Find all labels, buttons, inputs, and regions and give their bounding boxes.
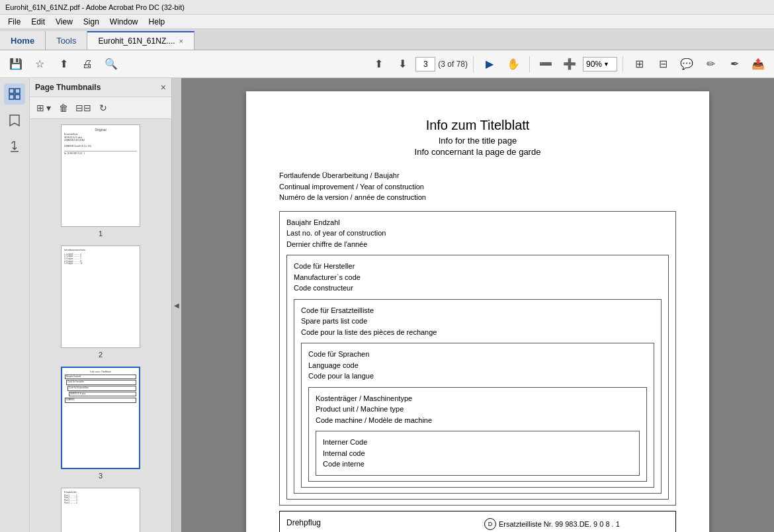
svg-rect-0 bbox=[9, 89, 14, 93]
tab-tools[interactable]: Tools bbox=[46, 31, 87, 50]
section-0-de: Fortlaufende Überarbeitung / Baujahr bbox=[279, 170, 676, 181]
section-5-en: Product unit / Machine type bbox=[316, 404, 640, 415]
tab-home[interactable]: Home bbox=[0, 31, 46, 50]
title-bar: Eurohit_61N_61NZ.pdf - Adobe Acrobat Pro… bbox=[0, 0, 774, 15]
section-5-fr: Code machine / Modèle de machine bbox=[316, 415, 640, 426]
collapse-panel-btn[interactable]: ◀ bbox=[172, 78, 181, 532]
bookmark-button[interactable]: ☆ bbox=[29, 54, 50, 74]
save-button[interactable]: 💾 bbox=[5, 54, 26, 74]
tab-bar: Home Tools Eurohit_61N_61NZ.... × bbox=[0, 29, 774, 50]
thumb-extract-btn[interactable]: ⊟⊟ bbox=[75, 100, 92, 116]
section-2-fr: Code constructeur bbox=[294, 283, 662, 294]
comment-button[interactable]: 💬 bbox=[676, 54, 697, 74]
tab-home-label: Home bbox=[11, 36, 34, 46]
main-area: Page Thumbnails × ⊞ ▾ 🗑 ⊟⊟ ↻ Original Er… bbox=[0, 78, 774, 532]
prev-page-button[interactable]: ⬆ bbox=[368, 54, 389, 74]
panel-icon-attachments[interactable] bbox=[4, 136, 25, 157]
product-box: Drehpflug SERVO IV E plus (Masch.Nr. + .… bbox=[279, 511, 676, 533]
section-2-en: Manufacturer`s code bbox=[294, 272, 662, 283]
thumbnail-number-2: 2 bbox=[99, 351, 103, 359]
panel-icon-thumbnails[interactable] bbox=[4, 83, 25, 105]
thumbnail-number-3: 3 bbox=[99, 472, 103, 480]
separator-3 bbox=[623, 56, 623, 72]
panel-icon-bookmarks[interactable] bbox=[4, 110, 25, 131]
tools-button-1[interactable]: ⊞ bbox=[628, 54, 650, 74]
thumbnail-page-2[interactable]: Inhaltsverzeichnis 1. Gruppe ...........… bbox=[35, 245, 166, 359]
separator-1 bbox=[473, 56, 474, 72]
section-3-fr: Code pour la liste des pièces de rechang… bbox=[301, 327, 654, 338]
thumbnail-img-3: Info zum Titelblatt Baujahr Endzahl Code… bbox=[61, 367, 140, 469]
thumbnail-toolbar: ⊞ ▾ 🗑 ⊟⊟ ↻ bbox=[30, 97, 171, 119]
thumbnail-page-3[interactable]: Info zum Titelblatt Baujahr Endzahl Code… bbox=[35, 367, 166, 480]
separator-2 bbox=[529, 56, 530, 72]
title-text: Eurohit_61N_61NZ.pdf - Adobe Acrobat Pro… bbox=[5, 3, 185, 11]
tab-close-btn[interactable]: × bbox=[179, 37, 183, 45]
thumbnail-img-2: Inhaltsverzeichnis 1. Gruppe ...........… bbox=[61, 245, 140, 348]
print-button[interactable]: 🖨 bbox=[77, 54, 98, 74]
thumb-delete-btn[interactable]: 🗑 bbox=[55, 100, 72, 116]
thumbnail-page-1[interactable]: Original ErsatzteillisteSERVO IV E plusL… bbox=[35, 124, 166, 238]
page-navigation: ⬆ ⬇ 3 (3 of 78) bbox=[368, 54, 468, 74]
section-4-de: Code für Sprachen bbox=[308, 349, 647, 360]
zoom-out-button[interactable]: ➖ bbox=[535, 54, 556, 74]
menu-window[interactable]: Window bbox=[105, 16, 144, 28]
section-4-fr: Code pour la langue bbox=[308, 371, 647, 382]
section-6-fr: Code interne bbox=[323, 459, 632, 470]
menu-view[interactable]: View bbox=[50, 16, 78, 28]
left-panel bbox=[0, 78, 30, 532]
draw-button[interactable]: ✒ bbox=[724, 54, 745, 74]
menu-help[interactable]: Help bbox=[144, 16, 171, 28]
svg-rect-1 bbox=[15, 89, 20, 93]
tab-doc-label: Eurohit_61N_61NZ.... bbox=[98, 36, 175, 46]
menu-sign[interactable]: Sign bbox=[78, 16, 105, 28]
pdf-subtitle-2: Info concernant la page de garde bbox=[279, 147, 676, 157]
search-button[interactable]: 🔍 bbox=[101, 54, 122, 74]
page-number-input[interactable]: 3 bbox=[415, 57, 435, 71]
next-page-button[interactable]: ⬇ bbox=[392, 54, 413, 74]
thumbnail-page-4[interactable]: Ersatzteile Part 1 .......... 1 Part 2 .… bbox=[35, 488, 166, 532]
svg-rect-2 bbox=[9, 95, 14, 99]
hand-tool-button[interactable]: ✋ bbox=[503, 54, 524, 74]
export-button[interactable]: 📤 bbox=[748, 54, 769, 74]
share-button[interactable]: ⬆ bbox=[53, 54, 74, 74]
highlight-button[interactable]: ✏ bbox=[700, 54, 721, 74]
thumb-add-btn[interactable]: ⊞ ▾ bbox=[35, 100, 52, 116]
thumbnail-number-1: 1 bbox=[99, 230, 103, 238]
section-3-de: Code für Ersatzteilliste bbox=[301, 305, 654, 316]
svg-rect-3 bbox=[15, 95, 20, 99]
product-info: Drehpflug SERVO IV E plus (Masch.Nr. + .… bbox=[286, 518, 471, 533]
product-labels: D Ersatzteilliste Nr. 99 983.DE. 9 0 8 .… bbox=[484, 518, 669, 533]
circle-text-D: Ersatzteilliste Nr. 99 983.DE. 9 0 8 . 1 bbox=[499, 520, 620, 528]
zoom-dropdown-icon[interactable]: ▼ bbox=[603, 61, 609, 67]
zoom-in-button[interactable]: ➕ bbox=[559, 54, 580, 74]
product-name: SERVO IV E plus bbox=[286, 530, 471, 533]
circle-label-D: D bbox=[484, 518, 496, 530]
toolbar: 💾 ☆ ⬆ 🖨 🔍 ⬆ ⬇ 3 (3 of 78) ▶ ✋ ➖ ➕ 90% ▼ … bbox=[0, 50, 774, 78]
section-0-en: Continual improvement / Year of construc… bbox=[279, 181, 676, 193]
menu-bar: File Edit View Sign Window Help bbox=[0, 15, 774, 29]
page-total: (3 of 78) bbox=[438, 60, 468, 69]
thumbnails-panel: Page Thumbnails × ⊞ ▾ 🗑 ⊟⊟ ↻ Original Er… bbox=[30, 78, 172, 532]
tab-tools-label: Tools bbox=[56, 36, 76, 46]
product-type: Drehpflug bbox=[286, 518, 471, 527]
thumbnails-list: Original ErsatzteillisteSERVO IV E plusL… bbox=[30, 119, 171, 532]
thumbnail-img-4: Ersatzteile Part 1 .......... 1 Part 2 .… bbox=[61, 488, 140, 532]
section-4-en: Language code bbox=[308, 360, 647, 371]
tools-button-2[interactable]: ⊟ bbox=[652, 54, 673, 74]
section-6-de: Interner Code bbox=[323, 437, 632, 448]
thumbnail-img-1: Original ErsatzteillisteSERVO IV E plusL… bbox=[61, 124, 140, 227]
menu-file[interactable]: File bbox=[3, 16, 26, 28]
section-6-en: Internal code bbox=[323, 448, 632, 459]
section-5-de: Kostenträger / Maschinentype bbox=[316, 393, 640, 404]
menu-edit[interactable]: Edit bbox=[26, 16, 50, 28]
thumb-rotate-btn[interactable]: ↻ bbox=[95, 100, 112, 116]
section-0-fr: Numéro de la version / année de construc… bbox=[279, 192, 676, 203]
zoom-level[interactable]: 90% ▼ bbox=[583, 57, 617, 71]
tab-doc[interactable]: Eurohit_61N_61NZ.... × bbox=[87, 31, 194, 50]
pdf-viewer-area: Info zum Titelblatt Info for the title p… bbox=[181, 78, 774, 532]
select-tool-button[interactable]: ▶ bbox=[479, 54, 500, 74]
pdf-subtitle-1: Info for the title page bbox=[279, 136, 676, 146]
thumbnails-close-btn[interactable]: × bbox=[161, 82, 166, 93]
zoom-value: 90% bbox=[586, 60, 602, 69]
thumbnails-header: Page Thumbnails × bbox=[30, 78, 171, 97]
